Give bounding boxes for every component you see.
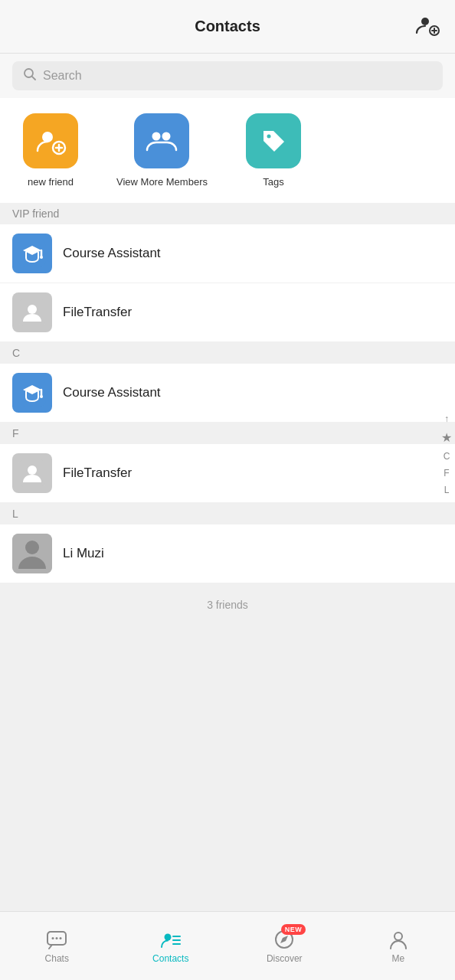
alpha-star[interactable]: ★ (441, 430, 452, 445)
view-more-members-label: View More Members (116, 176, 208, 188)
nav-label-me: Me (391, 953, 404, 964)
discover-new-badge: NEW (281, 924, 306, 935)
action-new-friend[interactable]: new friend (23, 113, 78, 188)
quick-actions-section: new friend View More Members Tags (0, 98, 455, 203)
contact-avatar-course-assistant-vip (12, 234, 52, 273)
nav-label-chats: Chats (45, 953, 69, 964)
contact-name-course-assistant-vip: Course Assistant (63, 246, 161, 261)
action-tags[interactable]: Tags (246, 113, 301, 188)
search-placeholder-text: Search (43, 69, 82, 83)
nav-label-discover: Discover (267, 953, 303, 964)
svg-point-29 (56, 937, 58, 939)
svg-point-11 (162, 132, 171, 141)
contact-name-file-transfer-vip: FileTransfer (63, 305, 132, 320)
contact-item-course-assistant-c[interactable]: Course Assistant (0, 364, 455, 423)
svg-point-16 (40, 256, 43, 259)
alpha-index-sidebar: ↑ ★ C F L (441, 413, 452, 495)
contact-avatar-course-assistant-c (12, 373, 52, 413)
section-header-c: C (0, 342, 455, 364)
nav-item-chats[interactable]: Chats (0, 929, 114, 964)
contact-item-course-assistant-vip[interactable]: Course Assistant (0, 224, 455, 283)
svg-point-22 (40, 395, 43, 398)
nav-item-contacts[interactable]: Contacts (114, 929, 228, 964)
add-contact-button[interactable] (415, 13, 440, 41)
search-bar: Search (0, 54, 455, 98)
nav-item-me[interactable]: Me (342, 929, 456, 964)
svg-point-18 (28, 305, 37, 314)
new-friend-icon-box (23, 113, 78, 168)
svg-point-28 (52, 937, 54, 939)
tags-icon-box (246, 113, 301, 168)
tags-label: Tags (263, 176, 283, 188)
svg-point-12 (267, 135, 270, 139)
search-icon (23, 67, 37, 84)
alpha-c[interactable]: C (444, 451, 450, 462)
page-title: Contacts (195, 18, 260, 35)
friends-count: 3 friends (0, 583, 455, 626)
svg-line-5 (32, 77, 35, 80)
chats-icon (46, 929, 67, 950)
nav-item-discover[interactable]: NEW Discover (228, 929, 342, 964)
svg-point-24 (28, 466, 37, 475)
view-more-members-icon-box (134, 113, 189, 168)
svg-point-10 (152, 132, 161, 141)
content-spacer (0, 626, 455, 779)
contact-name-file-transfer-f: FileTransfer (63, 466, 132, 481)
nav-label-contacts: Contacts (152, 953, 188, 964)
contact-item-file-transfer-f[interactable]: FileTransfer (0, 444, 455, 503)
header: Contacts (0, 0, 455, 54)
alpha-top[interactable]: ↑ (444, 413, 449, 424)
new-friend-label: new friend (28, 176, 74, 188)
me-icon (388, 929, 409, 950)
discover-icon: NEW (273, 929, 295, 950)
section-header-l: L (0, 503, 455, 524)
action-view-more-members[interactable]: View More Members (116, 113, 208, 188)
contact-avatar-file-transfer-f (12, 453, 52, 493)
contact-item-li-muzi[interactable]: Li Muzi (0, 524, 455, 583)
alpha-f[interactable]: F (444, 468, 449, 479)
contact-name-course-assistant-c: Course Assistant (63, 385, 161, 400)
bottom-nav: Chats Contacts NEW Discover (0, 911, 455, 980)
contact-item-file-transfer-vip[interactable]: FileTransfer (0, 283, 455, 342)
search-input[interactable]: Search (12, 61, 443, 90)
svg-point-37 (394, 933, 402, 940)
svg-point-0 (421, 18, 429, 25)
contact-name-li-muzi: Li Muzi (63, 546, 104, 561)
svg-point-31 (164, 933, 171, 940)
contacts-icon (160, 929, 182, 950)
vip-section-header: VIP friend (0, 203, 455, 224)
svg-point-36 (283, 938, 286, 941)
contact-avatar-li-muzi (12, 534, 52, 573)
svg-point-30 (60, 937, 62, 939)
svg-point-26 (25, 541, 39, 554)
alpha-l[interactable]: L (444, 485, 450, 495)
contact-avatar-file-transfer-vip (12, 292, 52, 332)
section-header-f: F (0, 423, 455, 444)
